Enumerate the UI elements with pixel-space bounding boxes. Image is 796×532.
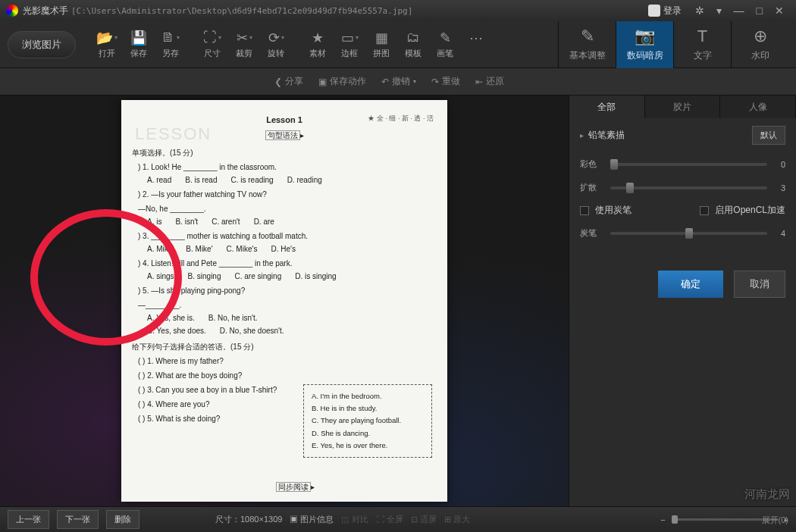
- puzzle-icon: ▦: [374, 30, 389, 45]
- title-bar: 光影魔术手 [C:\Users\Administrator\Desktop\d6…: [0, 0, 796, 21]
- darkroom-icon: 📷: [635, 27, 655, 46]
- side-panel: 全部 胶片 人像 ▸ 铅笔素描 默认 彩色 0 扩散 3 使用炭笔 启用Open…: [569, 95, 796, 506]
- border-icon: ▭: [342, 30, 357, 45]
- file-path: [C:\Users\Administrator\Desktop\d6d9f4eb…: [71, 6, 412, 16]
- save-icon: 💾: [131, 30, 146, 45]
- tab-basic[interactable]: ✎基本调整: [558, 21, 616, 68]
- app-title: 光影魔术手: [23, 5, 68, 17]
- tb-material[interactable]: ★素材: [302, 30, 334, 59]
- ok-button[interactable]: 确定: [658, 271, 723, 298]
- open-icon: 📂: [99, 30, 114, 45]
- undo-icon: ↶: [381, 77, 389, 87]
- share-icon: ❮: [274, 77, 282, 87]
- diffuse-slider[interactable]: [610, 186, 767, 189]
- file-group: 📂打开 💾保存 🗎另存: [91, 30, 186, 59]
- size-label: 尺寸：1080×1309: [215, 514, 282, 525]
- prev-button[interactable]: 上一张: [8, 510, 49, 529]
- app-logo-icon: [6, 5, 18, 17]
- share-button[interactable]: ❮分享: [274, 75, 303, 88]
- tab-text[interactable]: T文字: [673, 21, 731, 68]
- color-slider[interactable]: [610, 163, 767, 166]
- tb-saveas[interactable]: 🗎另存: [155, 30, 186, 59]
- compare-button[interactable]: ◫ 对比: [341, 514, 368, 525]
- tb-crop[interactable]: ✂裁剪: [228, 30, 260, 59]
- tb-open[interactable]: 📂打开: [91, 30, 123, 59]
- tab-portrait[interactable]: 人像: [720, 95, 796, 118]
- action-bar: ❮分享 ▣保存动作 ↶撤销▾ ↷重做 ⇤还原: [0, 68, 796, 95]
- tb-brush[interactable]: ✎画笔: [429, 30, 461, 59]
- dialog-buttons: 确定 取消: [569, 260, 796, 308]
- tab-film[interactable]: 胶片: [645, 95, 721, 118]
- info-button[interactable]: ▣ 图片信息: [290, 514, 334, 525]
- section-header[interactable]: ▸ 铅笔素描 默认: [569, 118, 796, 152]
- rotate-icon: ⟳: [268, 30, 284, 45]
- maximize-button[interactable]: □: [751, 2, 769, 20]
- saveas-icon: 🗎: [163, 30, 178, 45]
- text-icon: T: [697, 27, 707, 46]
- tb-puzzle[interactable]: ▦拼图: [365, 30, 397, 59]
- decor-group: ★素材 ▭边框 ▦拼图 🗂模板 ✎画笔 ⋯: [302, 30, 491, 59]
- tab-all[interactable]: 全部: [569, 95, 645, 118]
- tb-size[interactable]: ⛶尺寸: [196, 30, 228, 59]
- watermark-icon: ⊕: [754, 27, 767, 46]
- zoom-out-icon[interactable]: −: [660, 515, 665, 524]
- tab-darkroom[interactable]: 📷数码暗房: [616, 21, 673, 68]
- checkbox-row: 使用炭笔 启用OpenCL加速: [569, 199, 796, 221]
- fullscreen-button[interactable]: ⛶ 全屏: [376, 514, 403, 525]
- undo-button[interactable]: ↶撤销▾: [381, 75, 416, 88]
- login-button[interactable]: 登录: [641, 5, 689, 17]
- tb-save[interactable]: 💾保存: [123, 30, 155, 59]
- tab-watermark[interactable]: ⊕水印: [731, 21, 788, 68]
- default-button[interactable]: 默认: [752, 126, 785, 145]
- slider-color: 彩色 0: [569, 152, 796, 176]
- restore-button[interactable]: ⇤还原: [475, 75, 504, 88]
- cancel-button[interactable]: 取消: [734, 271, 785, 298]
- delete-button[interactable]: 删除: [106, 510, 139, 529]
- expand-button[interactable]: 展开(0): [762, 515, 788, 526]
- redo-icon: ↷: [431, 77, 439, 87]
- canvas-area[interactable]: LESSON ★ 全 · 细 · 新 · 透 · 活 Lesson 1 句型语法…: [0, 95, 569, 506]
- next-button[interactable]: 下一张: [57, 510, 99, 529]
- charcoal-checkbox[interactable]: [580, 206, 589, 215]
- crop-icon: ✂: [237, 30, 252, 45]
- settings-icon[interactable]: ✲: [689, 2, 710, 20]
- restore-icon: ⇤: [475, 77, 483, 87]
- fit-button[interactable]: ⊡ 适屏: [411, 514, 437, 525]
- slider-diffuse: 扩散 3: [569, 176, 796, 199]
- tb-more[interactable]: ⋯: [461, 30, 491, 59]
- template-icon: 🗂: [406, 30, 421, 45]
- browse-button[interactable]: 浏览图片: [8, 31, 76, 58]
- dropdown-icon[interactable]: ▾: [710, 2, 728, 20]
- material-icon: ★: [310, 30, 325, 45]
- save-action-button[interactable]: ▣保存动作: [318, 75, 366, 88]
- bottom-bar: 上一张 下一张 删除 尺寸：1080×1309 ▣ 图片信息 ◫ 对比 ⛶ 全屏…: [0, 506, 796, 532]
- workspace: LESSON ★ 全 · 细 · 新 · 透 · 活 Lesson 1 句型语法…: [0, 95, 796, 506]
- saveact-icon: ▣: [318, 77, 327, 87]
- basic-icon: ✎: [581, 27, 594, 46]
- redo-button[interactable]: ↷重做: [431, 75, 460, 88]
- opencl-checkbox[interactable]: [700, 206, 709, 215]
- source-watermark: 河南龙网: [744, 487, 790, 502]
- right-tabs: ✎基本调整 📷数码暗房 T文字 ⊕水印: [558, 21, 788, 68]
- tb-template[interactable]: 🗂模板: [397, 30, 429, 59]
- document-image: LESSON ★ 全 · 细 · 新 · 透 · 活 Lesson 1 句型语法…: [121, 100, 447, 502]
- edit-group: ⛶尺寸 ✂裁剪 ⟳旋转: [196, 30, 292, 59]
- more-icon: ⋯: [469, 30, 484, 45]
- expand-icon: ▸: [580, 131, 584, 139]
- close-button[interactable]: ✕: [769, 2, 790, 20]
- main-toolbar: 浏览图片 📂打开 💾保存 🗎另存 ⛶尺寸 ✂裁剪 ⟳旋转 ★素材 ▭边框 ▦拼图…: [0, 21, 796, 68]
- tb-rotate[interactable]: ⟳旋转: [260, 30, 292, 59]
- orig-button[interactable]: ⊞ 原大: [444, 514, 470, 525]
- brush-icon: ✎: [437, 30, 453, 45]
- minimize-button[interactable]: —: [728, 2, 751, 20]
- filter-tabs: 全部 胶片 人像: [569, 95, 796, 118]
- size-icon: ⛶: [205, 30, 220, 45]
- charcoal-slider[interactable]: [610, 232, 767, 235]
- tb-border[interactable]: ▭边框: [334, 30, 365, 59]
- slider-charcoal: 炭笔 4: [569, 221, 796, 245]
- avatar-icon: [648, 5, 660, 17]
